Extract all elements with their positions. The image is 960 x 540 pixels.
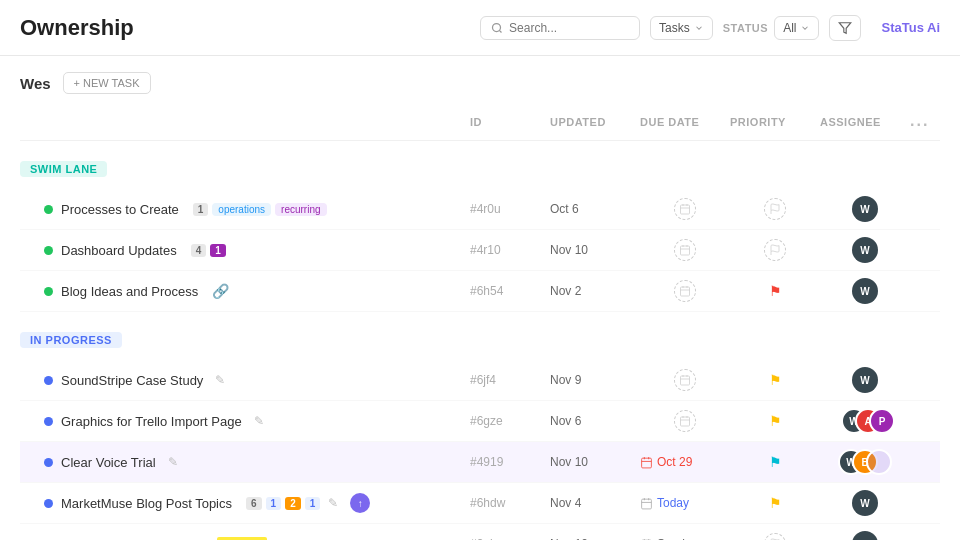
due-date-icon — [674, 198, 696, 220]
task-id: #4919 — [470, 455, 550, 469]
task-badges: 6 1 2 1 ✎ — [246, 496, 338, 510]
status-all-dropdown[interactable]: All — [774, 16, 819, 40]
calendar-icon-red — [640, 456, 653, 469]
header: Ownership Tasks STATUS All StaTus Ai — [0, 0, 960, 56]
table-row: Graphics for Trello Import Page ✎ #6gze … — [20, 401, 940, 442]
task-id: #6gze — [470, 414, 550, 428]
chevron-down-icon-status — [800, 23, 810, 33]
table-row: Google Analytics Saturday Reports #3uhe … — [20, 524, 940, 540]
page-title: Ownership — [20, 15, 134, 41]
table-header: ID UPDATED DUE DATE PRIORITY ASSIGNEE ··… — [20, 110, 940, 141]
task-id: #4r10 — [470, 243, 550, 257]
status-dot — [44, 417, 53, 426]
num-badge: 1 — [193, 203, 209, 216]
edit-icon: ✎ — [168, 455, 178, 469]
col-name — [44, 116, 470, 134]
tasks-dropdown[interactable]: Tasks — [650, 16, 713, 40]
status-dot — [44, 246, 53, 255]
section-swim-lane: SWIM LANE Processes to Create 1 operatio… — [20, 151, 940, 312]
avatar-group: W B — [838, 449, 892, 475]
status-dot — [44, 205, 53, 214]
filter-icon — [838, 21, 852, 35]
col-more: ··· — [910, 116, 940, 134]
svg-point-0 — [493, 23, 501, 31]
ai-logo-text: StaTus Ai — [881, 20, 940, 35]
avatar: W — [852, 490, 878, 516]
priority-icon — [764, 533, 786, 540]
task-id: #4r0u — [470, 202, 550, 216]
task-priority: ⚑ — [730, 283, 820, 299]
task-name-cell: Dashboard Updates 4 1 — [44, 243, 470, 258]
tag-operations: operations — [212, 203, 271, 216]
svg-rect-8 — [681, 246, 690, 255]
task-updated: Nov 4 — [550, 496, 640, 510]
swim-lane-badge: SWIM LANE — [20, 161, 107, 177]
col-priority: PRIORITY — [730, 116, 820, 134]
task-assignee: W B — [820, 449, 910, 475]
task-name-cell: SoundStripe Case Study ✎ — [44, 373, 470, 388]
status-value: All — [783, 21, 796, 35]
chevron-down-icon — [694, 23, 704, 33]
task-priority: ⚑ — [730, 454, 820, 470]
avatar: W — [852, 367, 878, 393]
task-due — [640, 369, 730, 391]
search-bar[interactable] — [480, 16, 640, 40]
search-input[interactable] — [509, 21, 589, 35]
task-priority: ⚑ — [730, 413, 820, 429]
task-name: Google Analytics Saturday Reports — [61, 537, 267, 541]
task-due — [640, 280, 730, 302]
avatar-group: W A P — [841, 408, 889, 434]
due-date-icon — [674, 369, 696, 391]
task-name: SoundStripe Case Study — [61, 373, 203, 388]
task-assignee: W — [820, 196, 910, 222]
avatar: W — [852, 531, 878, 540]
task-badges: 4 1 — [191, 244, 226, 257]
task-due — [640, 239, 730, 261]
status-dot — [44, 499, 53, 508]
col-id: ID — [470, 116, 550, 134]
table-row: Processes to Create 1 operations recurri… — [20, 189, 940, 230]
task-priority: ⚑ — [730, 372, 820, 388]
task-name: Processes to Create — [61, 202, 179, 217]
task-name-cell: Processes to Create 1 operations recurri… — [44, 202, 470, 217]
task-updated: Nov 10 — [550, 455, 640, 469]
num-6: 6 — [246, 497, 262, 510]
task-due: Today — [640, 496, 730, 510]
col-duedate: DUE DATE — [640, 116, 730, 134]
tag-recurring: recurring — [275, 203, 326, 216]
col-assignee: ASSIGNEE — [820, 116, 910, 134]
task-name-cell: Clear Voice Trial ✎ — [44, 455, 470, 470]
task-priority — [730, 198, 820, 220]
task-due: Oct 29 — [640, 455, 730, 469]
status-dot — [44, 287, 53, 296]
num-1a: 1 — [266, 497, 282, 510]
num-2: 2 — [285, 497, 301, 510]
table-row: MarketMuse Blog Post Topics 6 1 2 1 ✎ ↑ … — [20, 483, 940, 524]
num-badge-4: 4 — [191, 244, 207, 257]
task-name: Clear Voice Trial — [61, 455, 156, 470]
priority-flag-yellow: ⚑ — [769, 372, 782, 388]
task-priority — [730, 239, 820, 261]
status-label: STATUS — [723, 22, 768, 34]
calendar-icon — [640, 497, 653, 510]
search-icon — [491, 22, 503, 34]
filter-button[interactable] — [829, 15, 861, 41]
task-assignee: W A P — [820, 408, 910, 434]
priority-icon — [764, 198, 786, 220]
task-updated: Oct 6 — [550, 202, 640, 216]
more-options[interactable]: ··· — [910, 116, 929, 133]
task-name: MarketMuse Blog Post Topics — [61, 496, 232, 511]
task-id: #6hdw — [470, 496, 550, 510]
due-date-text: Oct 29 — [657, 455, 692, 469]
task-name: Dashboard Updates — [61, 243, 177, 258]
priority-flag-cyan: ⚑ — [769, 454, 782, 470]
new-task-button[interactable]: + NEW TASK — [63, 72, 151, 94]
svg-rect-17 — [681, 376, 690, 385]
upload-icon: ↑ — [350, 493, 370, 513]
task-updated: Nov 2 — [550, 284, 640, 298]
task-updated: Nov 10 — [550, 243, 640, 257]
table-row: SoundStripe Case Study ✎ #6jf4 Nov 9 ⚑ W — [20, 360, 940, 401]
task-updated: Nov 6 — [550, 414, 640, 428]
task-name-cell: Google Analytics Saturday Reports — [44, 537, 470, 541]
task-priority: ⚑ — [730, 495, 820, 511]
